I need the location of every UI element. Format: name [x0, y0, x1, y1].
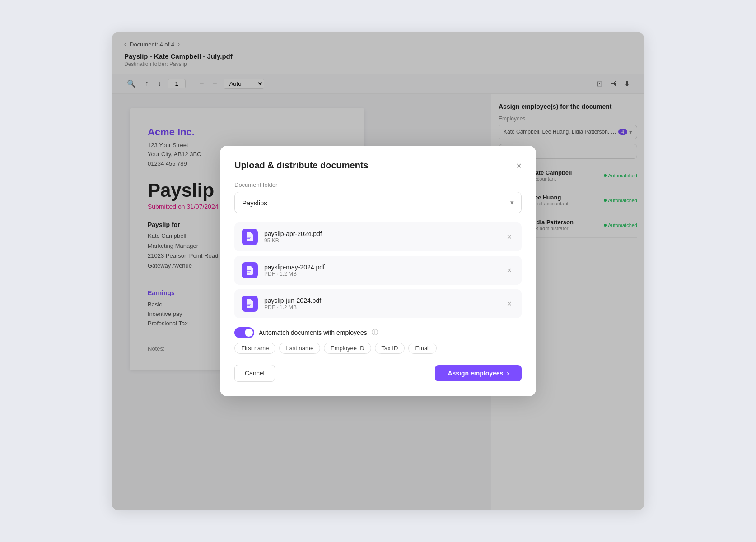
- modal-footer: Cancel Assign employees ›: [234, 365, 522, 382]
- file-icon: [242, 229, 258, 245]
- tag-firstname: First name: [234, 343, 275, 354]
- tag-lastname: Last name: [279, 343, 320, 354]
- automatch-toggle[interactable]: [234, 327, 254, 338]
- file-info: payslip-may-2024.pdf PDF · 1.2 MB: [264, 264, 498, 277]
- file-icon: [242, 296, 258, 312]
- folder-label: Document folder: [234, 181, 522, 188]
- file-info: payslip-apr-2024.pdf 95 KB: [264, 230, 498, 244]
- tag-email: Email: [408, 343, 437, 354]
- assign-label: Assign employees: [448, 370, 503, 377]
- tags-row: First name Last name Employee ID Tax ID …: [234, 343, 522, 354]
- file-item-2: payslip-jun-2024.pdf PDF · 1.2 MB ×: [234, 289, 522, 318]
- folder-value: Payslips: [242, 199, 267, 207]
- file-remove-button-2[interactable]: ×: [504, 298, 514, 310]
- tag-tax-id: Tax ID: [375, 343, 405, 354]
- modal-close-button[interactable]: ×: [516, 161, 522, 170]
- file-item-1: payslip-may-2024.pdf PDF · 1.2 MB ×: [234, 256, 522, 285]
- file-size: PDF · 1.2 MB: [264, 271, 498, 277]
- automatch-section: Automatch documents with employees ⓘ: [234, 327, 522, 338]
- info-icon[interactable]: ⓘ: [372, 329, 378, 337]
- file-info: payslip-jun-2024.pdf PDF · 1.2 MB: [264, 297, 498, 310]
- file-size: PDF · 1.2 MB: [264, 304, 498, 310]
- svg-rect-3: [247, 272, 250, 273]
- assign-arrow-icon: ›: [507, 370, 509, 377]
- modal-title: Upload & distribute documents: [234, 160, 369, 171]
- cancel-button[interactable]: Cancel: [234, 365, 275, 382]
- svg-rect-2: [247, 270, 251, 271]
- folder-select[interactable]: Payslips ▾: [234, 192, 522, 213]
- svg-rect-1: [247, 238, 250, 239]
- file-remove-button-1[interactable]: ×: [504, 265, 514, 276]
- file-item-0: payslip-apr-2024.pdf 95 KB ×: [234, 222, 522, 251]
- file-name: payslip-jun-2024.pdf: [264, 297, 498, 304]
- upload-distribute-modal: Upload & distribute documents × Document…: [220, 146, 536, 396]
- assign-employees-button[interactable]: Assign employees ›: [435, 365, 522, 381]
- svg-rect-5: [247, 305, 250, 306]
- modal-header: Upload & distribute documents ×: [234, 160, 522, 171]
- chevron-down-icon: ▾: [510, 199, 514, 207]
- file-icon: [242, 262, 258, 278]
- tag-employee-id: Employee ID: [324, 343, 371, 354]
- automatch-label: Automatch documents with employees: [259, 329, 367, 336]
- main-container: ‹ Document: 4 of 4 › Payslip - Kate Camp…: [112, 32, 644, 510]
- svg-rect-0: [247, 237, 251, 238]
- file-list: payslip-apr-2024.pdf 95 KB ×: [234, 222, 522, 318]
- svg-rect-4: [247, 304, 251, 305]
- modal-overlay: Upload & distribute documents × Document…: [112, 32, 644, 510]
- file-name: payslip-may-2024.pdf: [264, 264, 498, 271]
- file-name: payslip-apr-2024.pdf: [264, 230, 498, 237]
- file-size: 95 KB: [264, 237, 498, 244]
- file-remove-button-0[interactable]: ×: [504, 232, 514, 243]
